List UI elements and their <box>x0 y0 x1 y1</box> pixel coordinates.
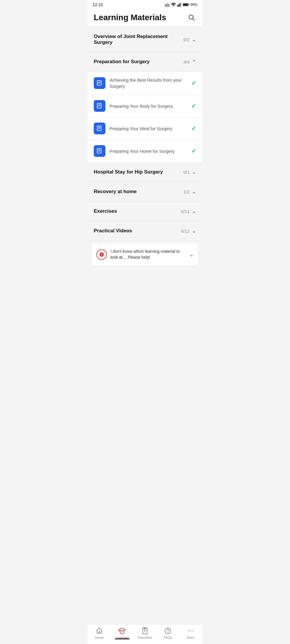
section-preparation: Preparation for Surgery 4/4 ⌄ Achieving … <box>88 52 202 162</box>
nav-label-faqs: FAQs <box>164 636 172 639</box>
section-videos-title: Practical Videos <box>94 228 132 234</box>
page-header: Learning Materials <box>88 8 202 27</box>
book-icon-4 <box>94 145 105 157</box>
section-hospital-count: 0/1 <box>183 170 190 175</box>
item-text-2: Preparing Your Body for Surgery <box>110 103 188 109</box>
section-hospital-chevron: ⌄ <box>192 169 196 175</box>
section-exercises-header[interactable]: Exercises 0/11 ⌄ <box>88 202 202 221</box>
bottom-nav: Home Learning Checklists <box>88 624 202 644</box>
section-recovery-chevron: ⌄ <box>192 188 196 195</box>
svg-line-8 <box>193 19 195 20</box>
faqs-icon <box>164 627 172 635</box>
section-preparation-chevron: ⌄ <box>192 59 196 65</box>
section-recovery: Recovery at home 1/2 ⌄ <box>88 182 202 202</box>
svg-rect-1 <box>178 4 179 7</box>
nav-label-home: Home <box>95 636 103 639</box>
section-preparation-header[interactable]: Preparation for Surgery 4/4 ⌄ <box>88 52 202 72</box>
nav-active-indicator <box>115 638 129 639</box>
status-time: 12:10 <box>93 2 103 7</box>
signal-icon <box>177 3 182 7</box>
nav-item-checklists[interactable]: Checklists <box>134 627 156 639</box>
more-icon <box>187 627 195 635</box>
status-icons: 🤖 96% <box>165 2 197 7</box>
search-button[interactable] <box>187 13 196 22</box>
section-exercises-count: 0/11 <box>181 209 190 214</box>
section-recovery-count: 1/2 <box>183 189 190 194</box>
nav-item-faqs[interactable]: FAQs <box>156 627 179 639</box>
content-area: Overview of Joint Replacement Surgery 0/… <box>88 27 202 291</box>
list-item[interactable]: Preparing Your Home for Surgery ✓ <box>88 140 202 162</box>
nav-item-more[interactable]: More <box>179 627 202 639</box>
list-item[interactable]: Achieving the Best Results from your Sur… <box>88 72 202 95</box>
help-banner-text: I don't know which learning material to … <box>110 249 186 260</box>
list-item[interactable]: Preparing Your Body for Surgery ✓ <box>88 95 202 117</box>
search-icon <box>188 14 195 21</box>
nav-label-more: More <box>187 636 194 639</box>
item-text-3: Preparing Your Mind for Surgery <box>110 126 188 132</box>
android-icon: 🤖 <box>165 2 170 7</box>
section-videos: Practical Videos 0/12 ⌄ <box>88 221 202 241</box>
section-recovery-title: Recovery at home <box>94 189 137 195</box>
list-item[interactable]: Preparing Your Mind for Surgery ✓ <box>88 117 202 140</box>
section-videos-count: 0/12 <box>181 229 190 233</box>
help-icon <box>96 249 107 260</box>
nav-label-checklists: Checklists <box>138 636 152 639</box>
battery-icon <box>183 3 189 6</box>
section-preparation-title: Preparation for Surgery <box>94 59 150 65</box>
section-videos-chevron: ⌄ <box>192 228 196 234</box>
nav-item-learning[interactable]: Learning <box>111 627 134 639</box>
status-bar: 12:10 🤖 96% <box>88 0 202 8</box>
item-text-4: Preparing Your Home for Surgery <box>110 148 188 154</box>
checklists-icon <box>141 627 149 635</box>
section-preparation-count: 4/4 <box>183 59 190 64</box>
section-overview-count: 0/2 <box>183 37 190 42</box>
section-hospital-header[interactable]: Hospital Stay for Hip Surgery 0/1 ⌄ <box>88 162 202 182</box>
item-text-1: Achieving the Best Results from your Sur… <box>110 77 188 89</box>
home-icon <box>95 627 103 635</box>
svg-rect-5 <box>188 4 189 5</box>
section-hospital-title: Hospital Stay for Hip Surgery <box>94 169 163 175</box>
section-overview-title: Overview of Joint Replacement Surgery <box>94 34 183 45</box>
section-preparation-items: Achieving the Best Results from your Sur… <box>88 72 202 162</box>
page-title: Learning Materials <box>94 13 166 22</box>
section-exercises-title: Exercises <box>94 208 117 214</box>
svg-rect-3 <box>181 3 182 7</box>
learning-icon <box>118 627 126 635</box>
section-recovery-header[interactable]: Recovery at home 1/2 ⌄ <box>88 182 202 202</box>
svg-rect-2 <box>180 3 180 7</box>
svg-point-15 <box>190 630 191 631</box>
svg-point-14 <box>188 630 189 631</box>
svg-point-16 <box>192 630 193 631</box>
item-check-1: ✓ <box>191 80 196 87</box>
section-overview-header[interactable]: Overview of Joint Replacement Surgery 0/… <box>88 27 202 52</box>
battery-percent: 96% <box>190 3 197 7</box>
help-banner[interactable]: I don't know which learning material to … <box>91 243 199 266</box>
book-icon-1 <box>94 77 105 89</box>
book-icon-2 <box>94 100 105 112</box>
item-check-4: ✓ <box>191 147 196 154</box>
svg-rect-9 <box>143 628 147 634</box>
item-check-3: ✓ <box>191 125 196 132</box>
wifi-icon <box>171 3 176 7</box>
section-overview: Overview of Joint Replacement Surgery 0/… <box>88 27 202 52</box>
svg-rect-6 <box>183 4 188 6</box>
section-exercises: Exercises 0/11 ⌄ <box>88 202 202 221</box>
section-hospital: Hospital Stay for Hip Surgery 0/1 ⌄ <box>88 162 202 182</box>
help-banner-chevron: ⌄ <box>189 251 194 258</box>
svg-rect-0 <box>177 5 178 7</box>
book-icon-3 <box>94 123 105 134</box>
section-overview-chevron: ⌄ <box>192 36 196 43</box>
nav-item-home[interactable]: Home <box>88 627 111 639</box>
item-check-2: ✓ <box>191 102 196 109</box>
section-exercises-chevron: ⌄ <box>192 208 196 214</box>
section-videos-header[interactable]: Practical Videos 0/12 ⌄ <box>88 221 202 241</box>
